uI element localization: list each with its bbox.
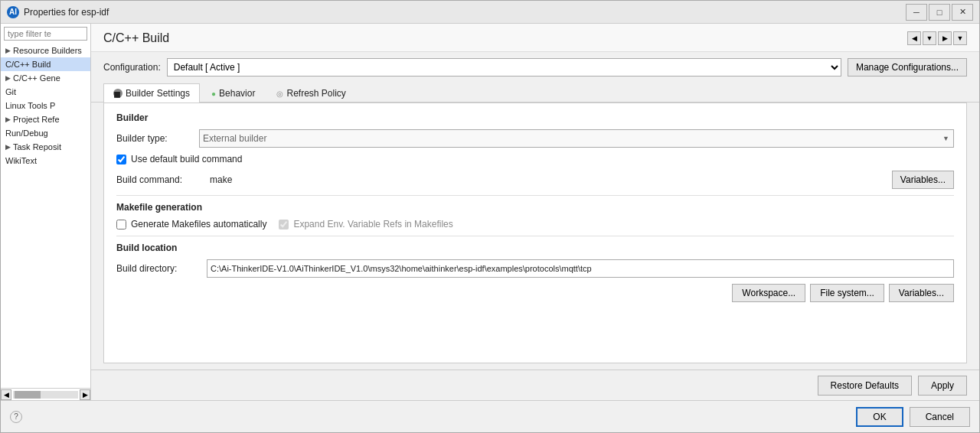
sidebar-item-label: Resource Builders xyxy=(13,46,82,55)
generate-makefiles-row: Generate Makefiles automatically xyxy=(116,219,266,230)
behavior-icon: ● xyxy=(211,90,216,98)
builder-type-row: Builder type: External builder xyxy=(116,129,954,148)
makefile-section-title: Makefile generation xyxy=(116,202,954,213)
expand-arrow: ▶ xyxy=(5,143,11,151)
manage-configurations-button[interactable]: Manage Configurations... xyxy=(848,58,967,77)
footer-left: ? xyxy=(10,411,22,423)
tab-refresh-policy[interactable]: ◎ Refresh Policy xyxy=(266,83,355,103)
build-command-input[interactable] xyxy=(207,171,886,189)
build-command-row: Build command: Variables... xyxy=(116,171,954,189)
nav-forward-button[interactable]: ▶ xyxy=(938,31,952,45)
sidebar-item-label: WikiText xyxy=(5,156,37,165)
builder-section-title: Builder xyxy=(116,112,954,123)
builder-type-label: Builder type: xyxy=(116,133,193,144)
expand-env-label: Expand Env. Variable Refs in Makefiles xyxy=(293,219,452,230)
use-default-cmd-row: Use default build command xyxy=(116,154,954,164)
sidebar-item-resource-builders[interactable]: ▶ Resource Builders xyxy=(1,44,90,57)
sidebar-item-project-ref[interactable]: ▶ Project Refe xyxy=(1,112,90,126)
app-icon: AI xyxy=(7,6,19,18)
nav-btn-group: ◀ ▼ ▶ ▼ xyxy=(907,31,967,45)
variables-button[interactable]: Variables... xyxy=(889,284,954,302)
build-dir-row: Build directory: xyxy=(116,259,954,278)
builder-type-select-wrapper: External builder xyxy=(199,129,954,148)
scroll-thumb xyxy=(15,391,41,399)
close-button[interactable]: ✕ xyxy=(952,4,973,21)
properties-window: AI Properties for esp-idf ─ □ ✕ ▶ Resour… xyxy=(0,0,980,433)
sidebar-item-cpp-build[interactable]: C/C++ Build xyxy=(1,57,90,71)
bottom-bar: Restore Defaults Apply xyxy=(91,370,979,400)
expand-arrow: ▶ xyxy=(5,116,11,123)
builder-type-select[interactable]: External builder xyxy=(199,129,954,148)
workspace-button[interactable]: Workspace... xyxy=(732,284,805,302)
expand-arrow: ▶ xyxy=(5,74,11,82)
generate-makefiles-checkbox[interactable] xyxy=(116,220,126,230)
main-area: ▶ Resource Builders C/C++ Build ▶ C/C++ … xyxy=(1,24,979,400)
tabs: ◼ Builder Settings ● Behavior ◎ Refresh … xyxy=(91,83,979,103)
build-dir-input[interactable] xyxy=(207,259,954,278)
build-location-section-title: Build location xyxy=(116,243,954,253)
separator-1 xyxy=(116,195,954,196)
window-controls: ─ □ ✕ xyxy=(906,4,973,21)
sidebar-item-label: Run/Debug xyxy=(5,129,48,138)
expand-env-row: Expand Env. Variable Refs in Makefiles xyxy=(279,219,452,230)
config-row: Configuration: Default [ Active ] Manage… xyxy=(91,52,979,83)
separator-2 xyxy=(116,236,954,236)
sidebar-items: ▶ Resource Builders C/C++ Build ▶ C/C++ … xyxy=(1,44,90,388)
maximize-button[interactable]: □ xyxy=(929,4,950,21)
sidebar-scrollbar: ◀ ▶ xyxy=(1,388,90,400)
tab-builder-settings[interactable]: ◼ Builder Settings xyxy=(103,83,200,103)
use-default-cmd-label: Use default build command xyxy=(131,154,242,164)
sidebar-item-label: Task Reposit xyxy=(13,142,61,151)
sidebar-item-label: Project Refe xyxy=(13,115,60,124)
sidebar-item-label: C/C++ Gene xyxy=(13,73,60,83)
cancel-button[interactable]: Cancel xyxy=(910,407,970,427)
panel-header-area: C/C++ Build ◀ ▼ ▶ ▼ xyxy=(91,24,979,52)
sidebar-item-linux-tools[interactable]: Linux Tools P xyxy=(1,99,90,112)
build-command-label: Build command: xyxy=(116,174,201,185)
makefile-row: Generate Makefiles automatically Expand … xyxy=(116,219,954,230)
apply-button[interactable]: Apply xyxy=(918,376,967,396)
window-title: Properties for esp-idf xyxy=(24,7,906,18)
tab-label: Refresh Policy xyxy=(286,88,345,99)
sidebar-item-git[interactable]: Git xyxy=(1,85,90,99)
title-bar: AI Properties for esp-idf ─ □ ✕ xyxy=(1,1,979,24)
tab-label: Builder Settings xyxy=(126,88,190,99)
expand-arrow: ▶ xyxy=(5,47,11,54)
minimize-button[interactable]: ─ xyxy=(906,4,927,21)
expand-env-checkbox[interactable] xyxy=(279,220,289,230)
scroll-left-button[interactable]: ◀ xyxy=(1,389,11,400)
sidebar-item-label: Linux Tools P xyxy=(5,101,55,110)
sidebar-item-run-debug[interactable]: Run/Debug xyxy=(1,126,90,140)
help-icon[interactable]: ? xyxy=(10,411,22,423)
dialog-footer: ? OK Cancel xyxy=(1,400,979,432)
sidebar-item-label: C/C++ Build xyxy=(5,60,51,69)
nav-back-button[interactable]: ◀ xyxy=(907,31,921,45)
sidebar-item-wikitext[interactable]: WikiText xyxy=(1,154,90,168)
config-select[interactable]: Default [ Active ] xyxy=(167,58,841,77)
filter-input[interactable] xyxy=(4,27,87,41)
use-default-cmd-checkbox[interactable] xyxy=(116,155,126,164)
footer-right: OK Cancel xyxy=(856,407,970,427)
generate-makefiles-label: Generate Makefiles automatically xyxy=(131,219,266,230)
sidebar-item-label: Git xyxy=(5,87,16,96)
filesystem-button[interactable]: File system... xyxy=(810,284,884,302)
tab-behavior[interactable]: ● Behavior xyxy=(201,83,265,103)
config-label: Configuration: xyxy=(103,62,161,73)
settings-icon: ◼ xyxy=(113,89,122,98)
scroll-track xyxy=(13,391,78,399)
refresh-icon: ◎ xyxy=(276,90,283,98)
restore-defaults-button[interactable]: Restore Defaults xyxy=(818,376,912,396)
nav-dropdown-button[interactable]: ▼ xyxy=(923,31,936,45)
right-panel: C/C++ Build ◀ ▼ ▶ ▼ Configuration: Defau… xyxy=(91,24,979,400)
sidebar-item-cpp-gene[interactable]: ▶ C/C++ Gene xyxy=(1,71,90,85)
content-area: Builder Builder type: External builder U… xyxy=(103,103,967,363)
location-buttons-row: Workspace... File system... Variables... xyxy=(116,284,954,302)
build-command-variables-button[interactable]: Variables... xyxy=(892,171,954,189)
ok-button[interactable]: OK xyxy=(856,407,903,427)
tab-label: Behavior xyxy=(219,88,255,99)
build-dir-label: Build directory: xyxy=(116,263,201,274)
sidebar-item-task-reposit[interactable]: ▶ Task Reposit xyxy=(1,140,90,154)
scroll-right-button[interactable]: ▶ xyxy=(80,389,90,400)
sidebar: ▶ Resource Builders C/C++ Build ▶ C/C++ … xyxy=(1,24,91,400)
nav-forward-dropdown-button[interactable]: ▼ xyxy=(953,31,967,45)
